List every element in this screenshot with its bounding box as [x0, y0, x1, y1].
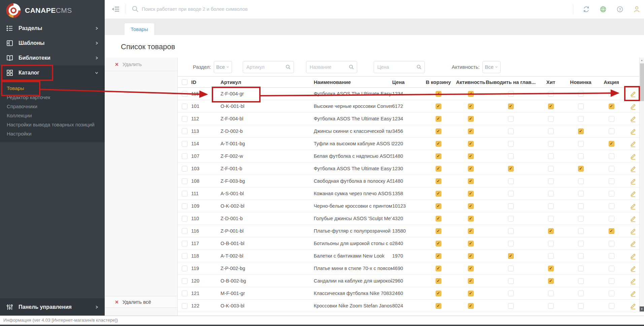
checked-checkbox[interactable]: ✓ — [468, 191, 474, 197]
checked-checkbox[interactable]: ✓ — [468, 216, 474, 221]
unchecked-checkbox[interactable] — [609, 303, 614, 309]
checked-checkbox[interactable]: ✓ — [468, 241, 474, 246]
unchecked-checkbox[interactable] — [548, 116, 554, 122]
checked-checkbox[interactable]: ✓ — [436, 203, 441, 209]
scrollbar-thumb[interactable] — [640, 63, 644, 101]
sidebar-item-control-panel[interactable]: Панель управления — [0, 298, 105, 316]
unchecked-checkbox[interactable] — [609, 91, 614, 97]
unchecked-checkbox[interactable] — [548, 203, 554, 209]
edit-icon[interactable] — [630, 215, 637, 222]
sidebar-item-collections[interactable]: Коллекции — [0, 111, 105, 120]
help-icon[interactable]: ? — [616, 5, 624, 13]
edit-icon[interactable] — [630, 290, 637, 297]
sidebar-item-card-editor[interactable]: Редактор карточек — [0, 93, 105, 102]
row-checkbox[interactable] — [182, 278, 188, 284]
unchecked-checkbox[interactable] — [548, 178, 554, 184]
row-checkbox[interactable] — [182, 141, 188, 147]
unchecked-checkbox[interactable] — [508, 241, 514, 246]
edit-icon[interactable] — [630, 178, 637, 185]
checked-checkbox[interactable]: ✓ — [548, 266, 554, 271]
row-checkbox[interactable] — [182, 253, 188, 259]
unchecked-checkbox[interactable] — [609, 203, 614, 209]
unchecked-checkbox[interactable] — [609, 191, 614, 197]
unchecked-checkbox[interactable] — [508, 228, 514, 234]
user-icon[interactable] — [633, 5, 641, 13]
row-checkbox[interactable] — [182, 303, 188, 309]
checked-checkbox[interactable]: ✓ — [468, 266, 474, 271]
scroll-down-arrow[interactable]: ▼ — [640, 306, 644, 312]
checked-checkbox[interactable]: ✓ — [436, 178, 441, 184]
edit-icon[interactable] — [630, 103, 637, 110]
unchecked-checkbox[interactable] — [578, 103, 584, 109]
checked-checkbox[interactable]: ✓ — [468, 228, 474, 234]
unchecked-checkbox[interactable] — [578, 228, 584, 234]
checked-checkbox[interactable]: ✓ — [436, 128, 441, 134]
unchecked-checkbox[interactable] — [609, 178, 614, 184]
unchecked-checkbox[interactable] — [508, 203, 514, 209]
refresh-icon[interactable] — [582, 5, 590, 13]
row-checkbox[interactable] — [182, 266, 188, 271]
row-checkbox[interactable] — [182, 153, 188, 159]
unchecked-checkbox[interactable] — [548, 128, 554, 134]
unchecked-checkbox[interactable] — [508, 128, 514, 134]
checked-checkbox[interactable]: ✓ — [468, 128, 474, 134]
checked-checkbox[interactable]: ✓ — [468, 103, 474, 109]
unchecked-checkbox[interactable] — [578, 253, 584, 259]
unchecked-checkbox[interactable] — [578, 91, 584, 97]
unchecked-checkbox[interactable] — [578, 116, 584, 122]
unchecked-checkbox[interactable] — [578, 178, 584, 184]
checked-checkbox[interactable]: ✓ — [609, 103, 614, 109]
row-checkbox[interactable] — [182, 103, 188, 109]
unchecked-checkbox[interactable] — [548, 291, 554, 296]
unchecked-checkbox[interactable] — [609, 116, 614, 122]
unchecked-checkbox[interactable] — [508, 216, 514, 221]
unchecked-checkbox[interactable] — [508, 141, 514, 147]
vertical-scrollbar[interactable]: ▲ ▼ — [639, 58, 644, 312]
checked-checkbox[interactable]: ✓ — [578, 166, 584, 172]
sidebar-item-settings[interactable]: Настройки — [0, 129, 105, 138]
unchecked-checkbox[interactable] — [508, 178, 514, 184]
edit-icon[interactable] — [630, 90, 637, 97]
unchecked-checkbox[interactable] — [508, 91, 514, 97]
edit-icon[interactable] — [630, 265, 637, 272]
row-checkbox[interactable] — [182, 191, 188, 197]
checked-checkbox[interactable]: ✓ — [468, 303, 474, 309]
unchecked-checkbox[interactable] — [548, 253, 554, 259]
checked-checkbox[interactable]: ✓ — [468, 253, 474, 259]
unchecked-checkbox[interactable] — [548, 216, 554, 221]
sidebar-item-directories[interactable]: Справочники — [0, 102, 105, 111]
row-checkbox[interactable] — [182, 178, 188, 184]
checked-checkbox[interactable]: ✓ — [436, 228, 441, 234]
unchecked-checkbox[interactable] — [609, 291, 614, 296]
checked-checkbox[interactable]: ✓ — [436, 266, 441, 271]
unchecked-checkbox[interactable] — [609, 253, 614, 259]
unchecked-checkbox[interactable] — [548, 153, 554, 159]
select-all-checkbox[interactable] — [182, 79, 188, 85]
delete-button[interactable]: ✕ Удалить — [105, 58, 177, 71]
checked-checkbox[interactable]: ✓ — [468, 203, 474, 209]
edit-icon[interactable] — [630, 165, 637, 172]
checked-checkbox[interactable]: ✓ — [436, 241, 441, 246]
checked-checkbox[interactable]: ✓ — [468, 91, 474, 97]
unchecked-checkbox[interactable] — [548, 303, 554, 309]
sidebar-item-output-settings[interactable]: Настройки вывода товарных позиций — [0, 120, 105, 129]
checked-checkbox[interactable]: ✓ — [468, 278, 474, 284]
checked-checkbox[interactable]: ✓ — [548, 278, 554, 284]
checked-checkbox[interactable]: ✓ — [436, 166, 441, 172]
unchecked-checkbox[interactable] — [609, 266, 614, 271]
edit-icon[interactable] — [630, 240, 637, 247]
checked-checkbox[interactable]: ✓ — [436, 191, 441, 197]
checked-checkbox[interactable]: ✓ — [468, 116, 474, 122]
section-filter-dropdown[interactable]: Все — [214, 61, 232, 73]
unchecked-checkbox[interactable] — [609, 128, 614, 134]
checked-checkbox[interactable]: ✓ — [436, 291, 441, 296]
unchecked-checkbox[interactable] — [508, 266, 514, 271]
checked-checkbox[interactable]: ✓ — [436, 91, 441, 97]
checked-checkbox[interactable]: ✓ — [436, 141, 441, 147]
unchecked-checkbox[interactable] — [508, 303, 514, 309]
sidebar-item-sections[interactable]: Разделы — [0, 21, 105, 36]
unchecked-checkbox[interactable] — [578, 203, 584, 209]
edit-icon[interactable] — [630, 277, 637, 285]
unchecked-checkbox[interactable] — [548, 191, 554, 197]
checked-checkbox[interactable]: ✓ — [468, 166, 474, 172]
